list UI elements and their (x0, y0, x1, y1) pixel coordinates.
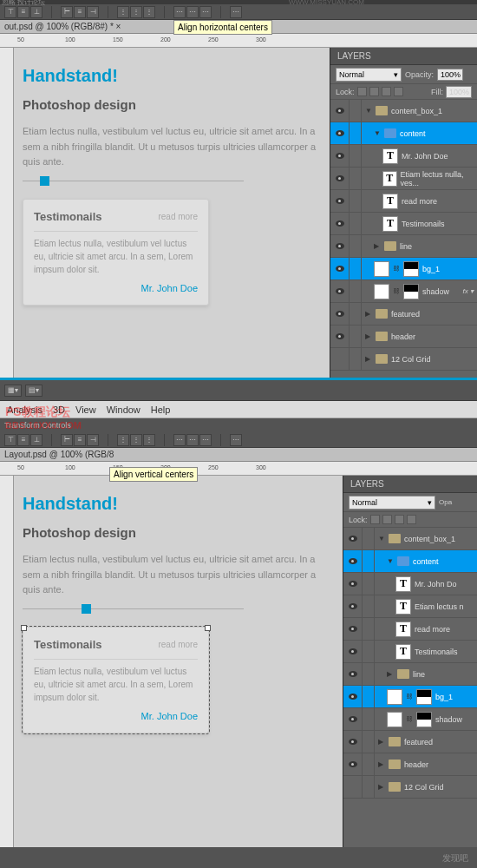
layer-thumbnail[interactable] (387, 712, 402, 727)
visibility-toggle[interactable] (343, 708, 363, 730)
visibility-toggle[interactable] (330, 122, 350, 144)
lock-pixels-icon[interactable] (369, 87, 379, 96)
visibility-toggle[interactable] (343, 776, 363, 798)
slider-handle[interactable] (40, 176, 49, 186)
layer-name[interactable]: Testimonails (415, 648, 458, 656)
expand-arrow-icon[interactable]: ▼ (374, 129, 381, 137)
align-top-icon[interactable]: ⊤ (4, 6, 16, 18)
layer-row[interactable]: ▶featured (343, 731, 477, 753)
expand-arrow-icon[interactable]: ▶ (365, 310, 372, 318)
visibility-toggle[interactable] (330, 348, 350, 370)
visibility-toggle[interactable] (330, 258, 350, 279)
lock-position-icon[interactable] (382, 87, 391, 96)
expand-arrow-icon[interactable]: ▶ (378, 760, 385, 768)
layer-row[interactable]: TEtiam lectus n (343, 595, 477, 618)
distribute-icon[interactable]: ⋮ (117, 6, 129, 18)
expand-arrow-icon[interactable]: ▼ (387, 557, 394, 565)
tool-icon[interactable]: ▤▾ (25, 385, 42, 397)
align-bottom-icon[interactable]: ⊥ (30, 6, 42, 18)
testimonial-card[interactable]: Testimonails read more Etiam lectus null… (23, 627, 209, 733)
document-tab[interactable]: Layout.psd @ 100% (RGB/8 (0, 448, 477, 462)
visibility-toggle[interactable] (330, 280, 350, 302)
layer-name[interactable]: content (413, 557, 439, 566)
align-vcenter-icon[interactable]: ≡ (17, 6, 29, 18)
layer-row[interactable]: TTestimonails (330, 213, 477, 235)
distribute-h-icon[interactable]: ⋯ (186, 434, 199, 446)
align-hcenter-icon[interactable]: ≡ (74, 434, 86, 446)
visibility-toggle[interactable] (330, 303, 350, 325)
lock-transparency-icon[interactable] (370, 515, 380, 524)
visibility-toggle[interactable] (343, 663, 363, 685)
layer-name[interactable]: content_box_1 (391, 107, 442, 115)
visibility-toggle[interactable] (343, 573, 363, 595)
distribute-icon[interactable]: ⋮ (117, 434, 129, 446)
layer-name[interactable]: Testimonails (402, 220, 445, 228)
layer-row[interactable]: ▶header (343, 753, 477, 776)
align-vcenter-icon[interactable]: ≡ (17, 434, 29, 446)
layer-name[interactable]: header (391, 332, 415, 341)
mask-thumbnail[interactable] (403, 261, 419, 277)
align-left-icon[interactable]: ⊢ (61, 434, 73, 446)
layer-row[interactable]: ▶header (330, 326, 477, 348)
expand-arrow-icon[interactable]: ▼ (365, 107, 372, 115)
more-icon[interactable]: ⋯ (230, 6, 242, 18)
canvas[interactable]: Handstand! Photoshop design Etiam lectus… (14, 476, 343, 847)
layer-thumbnail[interactable] (374, 284, 389, 299)
visibility-toggle[interactable] (330, 168, 350, 189)
visibility-toggle[interactable] (343, 731, 363, 753)
visibility-toggle[interactable] (343, 618, 363, 640)
layer-row[interactable]: ▼content_box_1 (343, 528, 477, 550)
layer-row[interactable]: Tread more (343, 618, 477, 641)
align-left-icon[interactable]: ⊢ (61, 6, 73, 18)
expand-arrow-icon[interactable]: ▶ (365, 332, 372, 340)
layer-name[interactable]: shadow (435, 715, 462, 724)
layer-row[interactable]: ▶12 Col Grid (343, 776, 477, 799)
layer-row[interactable]: TEtiam lectus nulla, ves... (330, 168, 477, 190)
tool-icon[interactable]: ▦▾ (4, 385, 22, 397)
visibility-toggle[interactable] (343, 595, 363, 617)
layer-row[interactable]: ▶line (330, 235, 477, 258)
expand-arrow-icon[interactable]: ▶ (365, 355, 372, 363)
mask-thumbnail[interactable] (403, 284, 419, 299)
layer-name[interactable]: Etiam lectus n (415, 602, 464, 611)
visibility-toggle[interactable] (330, 235, 350, 257)
visibility-toggle[interactable] (343, 753, 363, 775)
layer-row[interactable]: ⛓shadowfx ▾ (330, 280, 477, 303)
distribute-h-icon[interactable]: ⋯ (173, 6, 186, 18)
opacity-value[interactable]: 100% (437, 69, 463, 81)
layer-name[interactable]: Mr. John Do (415, 580, 457, 589)
expand-arrow-icon[interactable]: ▶ (374, 242, 381, 250)
lock-all-icon[interactable] (407, 515, 416, 524)
layer-row[interactable]: ▶line (343, 663, 477, 686)
layer-name[interactable]: read more (402, 197, 437, 206)
lock-position-icon[interactable] (395, 515, 404, 524)
lock-pixels-icon[interactable] (382, 515, 392, 524)
align-bottom-icon[interactable]: ⊥ (30, 434, 42, 446)
slider-handle[interactable] (82, 604, 91, 614)
layer-name[interactable]: line (400, 242, 412, 251)
distribute-h-icon[interactable]: ⋯ (199, 434, 212, 446)
layer-thumbnail[interactable] (387, 689, 402, 705)
menu-item[interactable]: Window (107, 404, 140, 415)
menu-item[interactable]: Help (151, 404, 171, 415)
lock-all-icon[interactable] (394, 87, 403, 96)
more-icon[interactable]: ⋯ (230, 434, 242, 446)
layer-thumbnail[interactable] (374, 261, 389, 277)
layer-name[interactable]: content (400, 129, 426, 138)
layer-name[interactable]: read more (415, 625, 450, 634)
canvas[interactable]: Handstand! Photoshop design Etiam lectus… (14, 48, 330, 378)
visibility-toggle[interactable] (330, 213, 350, 234)
layer-row[interactable]: Tread more (330, 190, 477, 213)
align-hcenter-icon[interactable]: ≡ (74, 6, 86, 18)
layer-name[interactable]: bg_1 (435, 693, 453, 701)
layer-row[interactable]: ▼content (330, 122, 477, 145)
layer-name[interactable]: content_box_1 (404, 535, 455, 543)
layers-tab[interactable]: LAYERS (330, 48, 477, 65)
layer-row[interactable]: ▼content_box_1 (330, 100, 477, 122)
fx-badge[interactable]: fx ▾ (463, 287, 474, 295)
layer-name[interactable]: featured (404, 738, 433, 746)
visibility-toggle[interactable] (330, 326, 350, 347)
layer-name[interactable]: bg_1 (422, 265, 440, 273)
visibility-toggle[interactable] (343, 641, 363, 662)
layer-row[interactable]: ▶featured (330, 303, 477, 326)
